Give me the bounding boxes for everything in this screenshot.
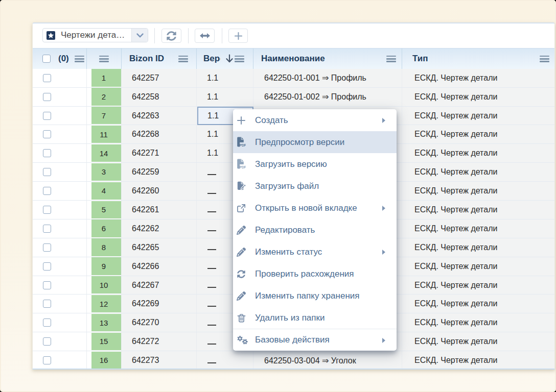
svg-text:PDF: PDF <box>240 143 246 147</box>
svg-text:PDF: PDF <box>240 165 246 169</box>
